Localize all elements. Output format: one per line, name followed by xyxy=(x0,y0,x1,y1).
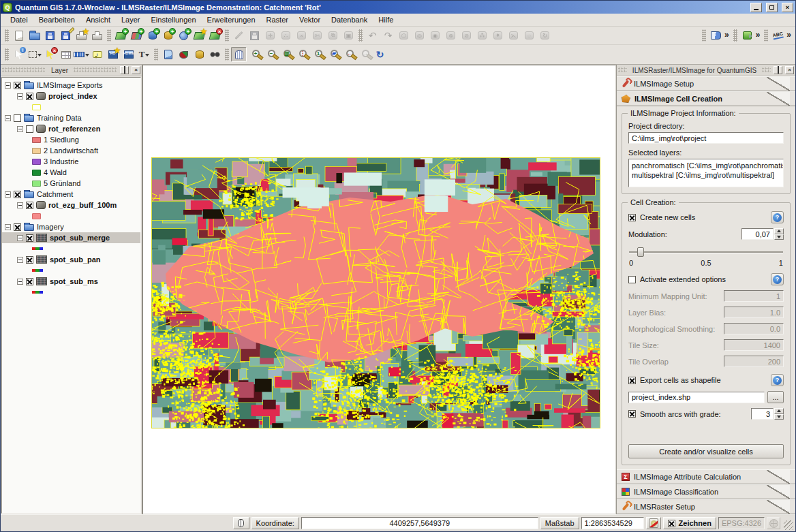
toolbar-drag-handle[interactable] xyxy=(225,48,229,61)
add-part-icon[interactable]: ◉ xyxy=(427,28,443,43)
layer-tree-row[interactable]: rot_referenzen xyxy=(2,123,140,134)
layer-visibility-checkbox[interactable] xyxy=(26,256,33,264)
undo-icon[interactable]: ↶ xyxy=(365,28,380,43)
toolbar-drag-handle[interactable] xyxy=(5,48,9,61)
tree-expander-icon[interactable] xyxy=(17,202,23,208)
resize-grip[interactable] xyxy=(784,520,793,530)
shapefile-name-input[interactable]: project_index.shp xyxy=(628,392,765,403)
export-cells-checkbox[interactable] xyxy=(628,377,636,384)
layer-tree-row[interactable]: 4 Wald xyxy=(2,167,140,178)
new-shapefile-layer-icon[interactable]: ★ xyxy=(192,28,207,43)
layer-tree-row[interactable] xyxy=(2,265,140,276)
tab-ilmsraster-setup[interactable]: ILMSRaster Setup xyxy=(617,499,795,514)
layer-visibility-checkbox[interactable] xyxy=(14,191,21,198)
layer-visibility-checkbox[interactable] xyxy=(14,82,21,89)
menu-layer[interactable]: Layer xyxy=(116,14,146,25)
tree-expander-icon[interactable] xyxy=(17,257,23,263)
tab-ilmsimage-setup[interactable]: ILMSImage Setup xyxy=(617,76,795,91)
labeling-icon[interactable]: ABC xyxy=(770,28,786,43)
layer-tree-row[interactable]: Training Data xyxy=(2,112,140,123)
add-wms-layer-icon[interactable]: + xyxy=(176,28,192,43)
tab-ilmsimage-classification[interactable]: ILMSImage Classification xyxy=(617,484,795,499)
search-binoculars-icon[interactable] xyxy=(207,47,223,62)
new-bookmark-icon[interactable]: HO★ xyxy=(105,47,121,62)
layer-panel-header[interactable]: Layer × xyxy=(1,65,142,76)
layer-tree-row[interactable] xyxy=(2,287,140,298)
modulation-value[interactable]: 0,07 xyxy=(741,228,774,240)
split-features-icon[interactable]: ⋋ xyxy=(506,28,521,43)
tree-expander-icon[interactable] xyxy=(5,115,11,121)
ilms-project-icon[interactable] xyxy=(160,47,176,62)
chevron-down-icon[interactable] xyxy=(37,54,42,59)
zoom-to-selection-icon[interactable]: ⋮ xyxy=(294,47,309,62)
toolbar-overflow-button[interactable]: » xyxy=(724,30,731,41)
zoom-actual-size-icon[interactable]: 1 xyxy=(309,47,325,62)
merge-attributes-icon[interactable]: ⁕ xyxy=(490,28,506,43)
open-attribute-table-icon[interactable] xyxy=(58,47,74,62)
paste-features-icon[interactable]: ▣ xyxy=(341,28,356,43)
project-directory-input[interactable]: C:\ilms_img\rot\project xyxy=(628,132,784,144)
refresh-map-icon[interactable]: ↻ xyxy=(372,47,388,62)
toolbar-drag-handle[interactable] xyxy=(358,29,363,42)
close-panel-icon[interactable]: × xyxy=(785,66,794,74)
merge-features-icon[interactable]: ⁂ xyxy=(474,28,490,43)
ilms-vector-tools-icon[interactable] xyxy=(176,47,192,62)
save-edits-icon[interactable] xyxy=(247,28,262,43)
layer-tree-row[interactable]: 1 Siedlung xyxy=(2,134,140,145)
dock-drag-handle[interactable] xyxy=(762,67,771,73)
delete-part-icon[interactable]: ⊘ xyxy=(459,28,474,43)
toolbar-drag-handle[interactable] xyxy=(702,29,706,42)
layer-tree-row[interactable]: 5 Grünland xyxy=(2,178,140,189)
spin-up-icon[interactable] xyxy=(774,228,784,234)
layer-tree-row[interactable]: ILMSImage Exports xyxy=(2,80,140,91)
help-button[interactable]: ? xyxy=(771,374,784,386)
create-new-cells-checkbox[interactable] xyxy=(628,214,636,221)
modulation-spinbox[interactable]: 0,07 xyxy=(741,228,784,240)
tree-expander-icon[interactable] xyxy=(5,82,11,89)
layer-tree-row[interactable]: project_index xyxy=(2,91,140,101)
add-ring-icon[interactable]: ◎ xyxy=(412,28,427,43)
layer-visibility-checkbox[interactable] xyxy=(26,234,33,242)
tree-expander-icon[interactable] xyxy=(17,235,23,241)
zoom-in-icon[interactable]: + xyxy=(247,47,262,62)
maximize-button[interactable] xyxy=(766,3,778,12)
toolbar-drag-handle[interactable] xyxy=(764,29,768,42)
toolbar-drag-handle[interactable] xyxy=(107,29,111,42)
reshape-features-icon[interactable]: ◌ xyxy=(521,28,537,43)
selected-layer-item[interactable]: panchromatisch [C:\ilms_img\rot\panchrom… xyxy=(632,161,780,170)
browse-button[interactable]: ... xyxy=(767,391,784,403)
select-features-icon[interactable] xyxy=(27,47,42,62)
float-panel-icon[interactable] xyxy=(120,66,129,74)
layer-visibility-checkbox[interactable] xyxy=(26,93,33,100)
add-spatialite-layer-icon[interactable]: + xyxy=(160,28,176,43)
toolbar-overflow-button[interactable]: » xyxy=(755,30,763,41)
ilms-database-icon[interactable] xyxy=(192,47,207,62)
layer-visibility-checkbox[interactable] xyxy=(26,125,33,133)
ilms-panel-header[interactable]: ILMSRaster/ILMSImage for QuantumGIS × xyxy=(617,65,795,76)
zoom-out-icon[interactable]: − xyxy=(262,47,278,62)
toolbar-drag-handle[interactable] xyxy=(5,29,9,42)
identify-icon[interactable]: i xyxy=(11,47,27,62)
layer-tree-row[interactable]: 3 Industrie xyxy=(2,156,140,167)
move-feature-icon[interactable]: ✛ xyxy=(262,28,278,43)
delete-ring-icon[interactable]: ⊗ xyxy=(443,28,459,43)
menu-vektor[interactable]: Vektor xyxy=(294,14,326,25)
minimize-button[interactable] xyxy=(750,3,762,12)
new-print-composer-icon[interactable]: ★ xyxy=(74,28,89,43)
save-project-as-icon[interactable] xyxy=(58,28,74,43)
layer-tree-row[interactable]: rot_ezg_buff_100m xyxy=(2,200,140,210)
activate-extended-options-checkbox[interactable] xyxy=(628,276,636,283)
map-tips-icon[interactable]: i xyxy=(89,47,105,62)
add-vector-layer-icon[interactable]: + xyxy=(113,28,129,43)
layer-visibility-checkbox[interactable] xyxy=(14,114,21,122)
add-raster-layer-icon[interactable]: + xyxy=(129,28,144,43)
measure-icon[interactable] xyxy=(74,47,89,62)
add-postgis-layer-icon[interactable]: + xyxy=(144,28,160,43)
toolbar-overflow-button[interactable]: » xyxy=(786,30,793,41)
menu-raster[interactable]: Raster xyxy=(261,14,294,25)
toggle-editing-icon[interactable] xyxy=(231,28,247,43)
simplify-feature-icon[interactable]: ⬡ xyxy=(396,28,412,43)
remove-layer-icon[interactable]: × xyxy=(207,28,223,43)
tree-expander-icon[interactable] xyxy=(17,93,23,99)
chevron-down-icon[interactable] xyxy=(145,54,149,59)
